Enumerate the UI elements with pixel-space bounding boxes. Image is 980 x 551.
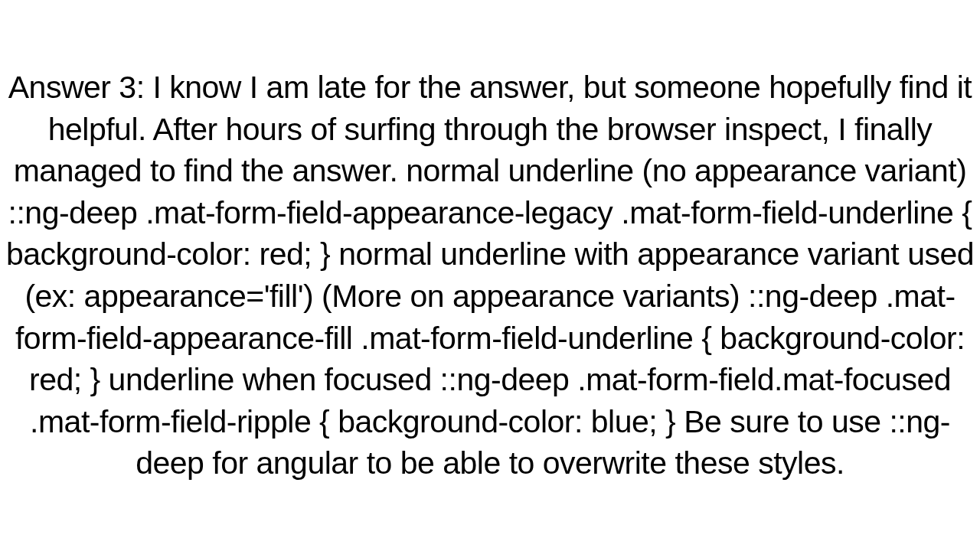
answer-text: Answer 3: I know I am late for the answe… [0, 67, 980, 484]
